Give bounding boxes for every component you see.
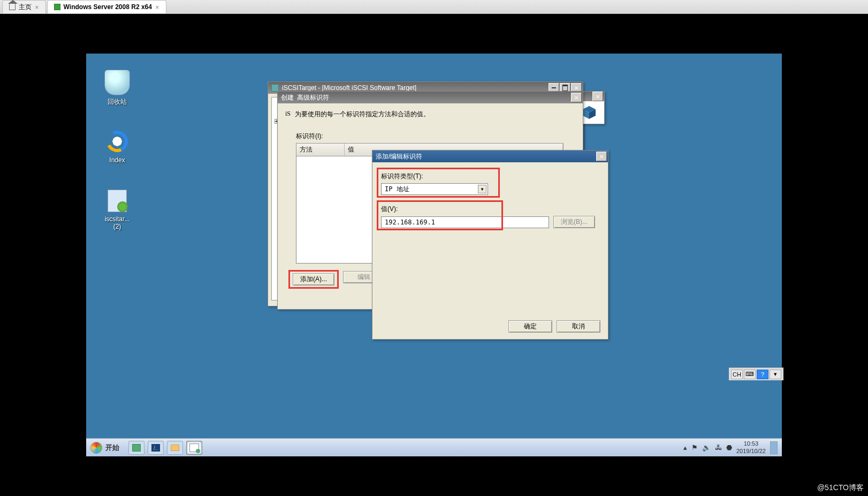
viewer-statusbar: CH ⌨ ? ▾ [729, 367, 783, 380]
browse-button: 浏览(B)... [553, 216, 595, 228]
powershell-icon: ⟩_ [151, 444, 160, 452]
status-keyboard-icon[interactable]: ⌨ [744, 370, 756, 379]
vm-frame: 回收站 Index iscsitar... (2) iSCSITarget - … [0, 14, 868, 496]
add-button[interactable]: 添加(A)... [293, 273, 334, 285]
status-lang[interactable]: CH [731, 370, 743, 379]
desktop-icon-label: Index [96, 156, 139, 164]
tab-vm[interactable]: Windows Server 2008 R2 x64 × [47, 0, 166, 13]
cancel-button[interactable]: 取消 [557, 320, 600, 333]
windows-orb-icon [90, 442, 102, 454]
watermark: @51CTO博客 [817, 483, 864, 493]
window-title: 添加/编辑标识符 [376, 152, 596, 161]
window-icon [271, 84, 279, 92]
close-button[interactable]: ✕ [596, 152, 607, 161]
desktop-icon-recycle[interactable]: 回收站 [96, 70, 139, 107]
tab-home[interactable]: 主页 × [2, 0, 46, 13]
clock-date: 2019/10/22 [736, 448, 766, 455]
viewer-tab-bar: 主页 × Windows Server 2008 R2 x64 × [0, 0, 868, 14]
col-method: 方法 [296, 144, 345, 156]
cube-icon [582, 105, 597, 120]
tray-network-icon[interactable]: 🖧 [715, 444, 722, 452]
window-title: 高级标识符 [297, 93, 571, 102]
close-button[interactable]: ✕ [571, 93, 582, 102]
recycle-bin-icon [104, 70, 130, 95]
home-icon [9, 4, 16, 10]
server-manager-icon [132, 444, 141, 452]
close-button[interactable]: ✕ [592, 92, 603, 101]
tray-flag-icon[interactable]: ⚑ [691, 444, 698, 452]
tab-home-label: 主页 [19, 3, 32, 12]
status-chevron-icon[interactable]: ▾ [770, 370, 781, 379]
taskbar-clock[interactable]: 10:53 2019/10/22 [736, 440, 766, 454]
ie-icon [104, 129, 130, 154]
ok-button[interactable]: 确定 [508, 320, 552, 333]
identifier-label: 标识符(I): [296, 132, 575, 141]
vm-icon [54, 4, 60, 10]
taskbar-powershell[interactable]: ⟩_ [148, 441, 164, 455]
taskbar-iscsi-target[interactable] [186, 441, 202, 455]
window-title: iSCSITarget - [Microsoft iSCSI Software … [282, 84, 549, 92]
tab-close-icon[interactable]: × [155, 3, 159, 11]
installer-icon [104, 187, 130, 213]
window-add-edit-identifier: 添加/编辑标识符 ✕ 标识符类型(T): IP 地址 ▾ 值(V): [372, 150, 608, 340]
desktop-icon-ie[interactable]: Index [96, 129, 139, 164]
tab-vm-label: Windows Server 2008 R2 x64 [64, 3, 152, 11]
tray-volume-icon[interactable]: 🔈 [702, 444, 711, 452]
clock-time: 10:53 [736, 440, 766, 447]
tray-shield-icon[interactable]: ⬣ [726, 444, 732, 452]
system-tray: ▴ ⚑ 🔈 🖧 ⬣ 10:53 2019/10/22 [679, 440, 782, 454]
title-prefix: 创建 [281, 93, 294, 102]
folder-icon [171, 445, 179, 451]
vm-desktop: 回收站 Index iscsitar... (2) iSCSITarget - … [86, 54, 782, 456]
dialog-description: 为要使用的每一个标识符指定方法和合适的值。 [295, 110, 430, 119]
tab-close-icon[interactable]: × [35, 3, 39, 11]
iscsi-target-icon [189, 444, 199, 452]
taskbar: 开始 ⟩_ ▴ ⚑ 🔈 🖧 ⬣ 10:53 2019/10/22 [86, 438, 782, 456]
prefix-label: iS [285, 110, 291, 118]
tray-chevron-icon[interactable]: ▴ [683, 444, 687, 452]
taskbar-explorer[interactable] [167, 441, 183, 455]
titlebar[interactable]: 添加/编辑标识符 ✕ [372, 151, 608, 162]
start-button[interactable]: 开始 [86, 439, 127, 456]
desktop-icon-label: iscsitar... (2) [96, 215, 139, 230]
desktop-icon-label: 回收站 [96, 97, 139, 107]
status-help-icon[interactable]: ? [757, 370, 768, 379]
start-label: 开始 [105, 443, 119, 453]
taskbar-server-manager[interactable] [128, 441, 144, 455]
desktop-icon-iscsitarget[interactable]: iscsitar... (2) [96, 187, 139, 230]
titlebar[interactable]: 创建 高级标识符 ✕ [278, 92, 583, 103]
show-desktop-button[interactable] [770, 441, 778, 454]
